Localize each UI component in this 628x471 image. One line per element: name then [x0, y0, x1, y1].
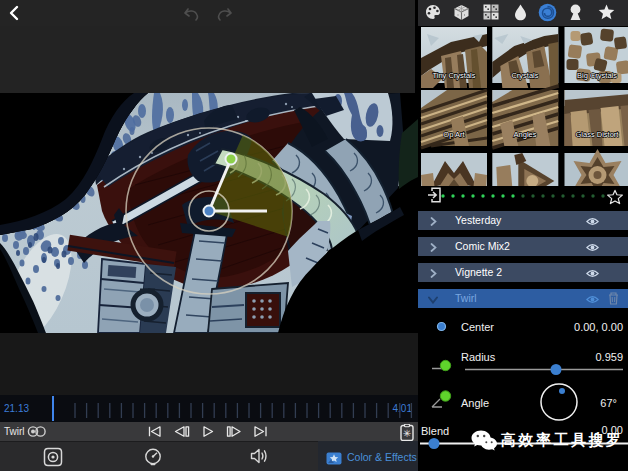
- svg-text:Glass Distort: Glass Distort: [576, 130, 620, 139]
- svg-text:Tiny Crystals: Tiny Crystals: [432, 71, 475, 80]
- svg-text:✳: ✳: [403, 428, 411, 439]
- svg-text:Crystals: Crystals: [511, 71, 538, 80]
- svg-text:Angles: Angles: [514, 130, 537, 139]
- svg-text:Big Crystals: Big Crystals: [577, 71, 617, 80]
- svg-text:Op Art: Op Art: [443, 130, 465, 139]
